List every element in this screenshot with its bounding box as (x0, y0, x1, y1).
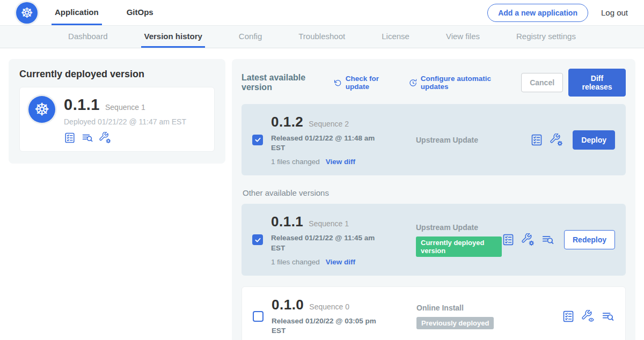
deployed-version-card: ☸ 0.1.1 Sequence 1 Deployed 01/21/22 @ 1… (19, 87, 215, 152)
view-diff-link[interactable]: View diff (326, 258, 355, 266)
app-logo: ☸ (16, 0, 38, 25)
subtab-version-history[interactable]: Version history (141, 26, 204, 48)
version-history-panel: Latest available version Check for updat… (232, 59, 635, 340)
logout-link[interactable]: Log out (601, 8, 628, 17)
subtab-registry-settings[interactable]: Registry settings (514, 26, 579, 48)
latest-available-title: Latest available version (241, 73, 328, 92)
version-checkbox-checked[interactable] (252, 135, 263, 145)
admin-console: ☸ Application GitOps Add a new applicati… (0, 0, 644, 340)
deployed-version-number: 0.1.1 (64, 96, 100, 114)
subtab-dashboard[interactable]: Dashboard (65, 26, 110, 48)
view-config-icon[interactable] (582, 310, 595, 323)
deploy-logs-icon[interactable] (541, 233, 554, 246)
edit-config-icon[interactable] (550, 134, 563, 146)
currently-deployed-title: Currently deployed version (19, 69, 215, 80)
top-nav: ☸ Application GitOps Add a new applicati… (0, 0, 644, 26)
deployed-sequence-label: Sequence 1 (105, 103, 145, 112)
edit-config-icon[interactable] (522, 233, 535, 246)
main-content: Currently deployed version ☸ 0.1.1 Seque… (0, 48, 644, 340)
latest-version-header: Latest available version Check for updat… (241, 69, 626, 97)
tab-application[interactable]: Application (52, 0, 102, 25)
version-row-012: 0.1.2 Sequence 2 Released 01/21/22 @ 11:… (241, 104, 626, 175)
deploy-button[interactable]: Deploy (573, 130, 615, 150)
version-source: Upstream Update Currently deployed versi… (385, 223, 502, 257)
top-nav-spacer (178, 0, 487, 25)
version-number: 0.1.2 (271, 114, 303, 130)
check-for-update-link[interactable]: Check for update (334, 75, 398, 91)
app-sub-nav: Dashboard Version history Config Trouble… (0, 26, 644, 48)
deployed-actions (64, 132, 186, 144)
version-actions (562, 310, 614, 323)
version-row-011: 0.1.1 Sequence 1 Released 01/21/22 @ 11:… (241, 204, 626, 275)
edit-config-icon[interactable] (99, 132, 111, 144)
version-info: 0.1.0 Sequence 0 Released 01/20/22 @ 03:… (272, 297, 385, 336)
currently-deployed-panel: Currently deployed version ☸ 0.1.1 Seque… (9, 59, 225, 164)
source-label: Online Install (416, 304, 464, 312)
subtab-view-files[interactable]: View files (443, 26, 482, 48)
version-source: Online Install Previously deployed (385, 304, 562, 329)
preflight-checks-icon[interactable] (502, 233, 515, 246)
tab-gitops-label: GitOps (127, 8, 153, 17)
version-actions: Redeploy (502, 230, 615, 249)
version-row-010: 0.1.0 Sequence 0 Released 01/20/22 @ 03:… (241, 286, 626, 340)
sequence-label: Sequence 0 (309, 302, 349, 311)
version-info: 0.1.1 Sequence 1 Released 01/21/22 @ 11:… (271, 213, 385, 265)
kubernetes-logo-icon: ☸ (28, 96, 55, 123)
deployed-timestamp: Deployed 01/21/22 @ 11:47 am EST (64, 117, 186, 126)
version-info: 0.1.2 Sequence 2 Released 01/21/22 @ 11:… (271, 114, 385, 166)
version-source: Upstream Update (385, 136, 530, 144)
kubernetes-logo-icon: ☸ (16, 2, 38, 24)
diff-releases-button[interactable]: Diff releases (568, 69, 626, 97)
tab-application-label: Application (55, 8, 99, 17)
version-number: 0.1.1 (271, 213, 303, 230)
released-timestamp: Released 01/21/22 @ 11:48 am EST (271, 134, 376, 153)
released-timestamp: Released 01/20/22 @ 03:05 pm EST (272, 316, 377, 336)
preflight-checks-icon[interactable] (562, 310, 575, 323)
source-label: Upstream Update (416, 223, 478, 232)
subtab-config[interactable]: Config (236, 26, 265, 48)
source-label: Upstream Update (416, 136, 478, 144)
files-changed-label: 1 files changed (271, 158, 320, 166)
add-new-application-button[interactable]: Add a new application (487, 4, 588, 22)
version-number: 0.1.0 (272, 297, 304, 313)
deploy-logs-icon[interactable] (602, 310, 614, 323)
deployed-version-info: 0.1.1 Sequence 1 Deployed 01/21/22 @ 11:… (64, 96, 186, 144)
other-versions-title: Other available versions (243, 188, 626, 197)
deploy-logs-icon[interactable] (82, 132, 93, 144)
subtab-license[interactable]: License (379, 26, 412, 48)
auto-update-icon (409, 78, 417, 87)
released-timestamp: Released 01/21/22 @ 11:45 am EST (271, 233, 376, 253)
cancel-button[interactable]: Cancel (521, 73, 563, 92)
configure-automatic-updates-link[interactable]: Configure automatic updates (409, 75, 510, 91)
view-diff-link[interactable]: View diff (326, 158, 355, 166)
sequence-label: Sequence 2 (309, 120, 349, 128)
previously-deployed-badge: Previously deployed (416, 317, 494, 329)
files-changed-label: 1 files changed (271, 258, 320, 266)
preflight-checks-icon[interactable] (64, 132, 76, 144)
version-checkbox-checked[interactable] (252, 234, 263, 245)
sequence-label: Sequence 1 (309, 219, 349, 228)
version-checkbox-unchecked[interactable] (253, 311, 264, 322)
currently-deployed-badge: Currently deployed version (416, 236, 502, 257)
tab-gitops[interactable]: GitOps (123, 0, 157, 25)
check-update-icon (334, 78, 342, 87)
version-actions: Deploy (530, 130, 615, 150)
subtab-troubleshoot[interactable]: Troubleshoot (296, 26, 348, 48)
preflight-checks-icon[interactable] (530, 134, 543, 146)
redeploy-button[interactable]: Redeploy (564, 230, 615, 249)
